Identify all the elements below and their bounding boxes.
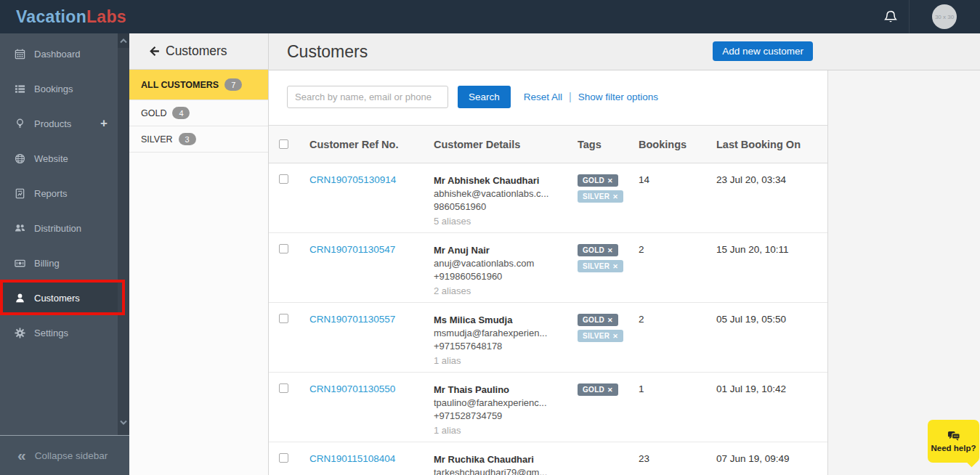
customer-aliases: 2 aliases <box>434 285 578 298</box>
customer-ref-link[interactable]: CRN190115108404 <box>309 453 395 464</box>
filter-item-all-customers[interactable]: ALL CUSTOMERS7 <box>129 70 268 100</box>
row-checkbox[interactable] <box>279 314 288 323</box>
filter-item-silver[interactable]: SILVER3 <box>129 126 268 153</box>
back-arrow-icon[interactable] <box>148 45 161 57</box>
globe-icon <box>15 153 25 164</box>
tag-close-icon[interactable]: ✕ <box>612 263 618 270</box>
subsidebar-header: Customers <box>129 33 268 70</box>
tag-label: GOLD <box>583 316 604 324</box>
customer-ref-link[interactable]: CRN190701130550 <box>309 383 395 394</box>
header-last-booking: Last Booking On <box>716 126 827 163</box>
tag-close-icon[interactable]: ✕ <box>607 317 613 324</box>
sidebar-item-customers[interactable]: Customers <box>0 280 118 315</box>
customer-name: Ms Milica Smudja <box>434 314 578 327</box>
sidebar-item-distribution[interactable]: Distribution <box>0 211 118 245</box>
sidebar-item-label: Products <box>34 118 71 129</box>
bookings-count: 2 <box>639 314 644 325</box>
sidebar-item-label: Dashboard <box>34 49 81 60</box>
navbar-divider <box>909 0 910 33</box>
tag-badge-gold: GOLD✕ <box>578 244 618 256</box>
collapse-sidebar-label: Collapse sidebar <box>35 450 108 461</box>
customer-phone: +971557648178 <box>434 340 578 353</box>
notifications-bell-icon[interactable] <box>883 9 899 25</box>
calendar-icon <box>15 49 25 60</box>
customer-email: msmudja@farahexperien... <box>434 327 578 340</box>
collapse-sidebar-button[interactable]: « Collapse sidebar <box>0 435 129 475</box>
filter-count-badge: 3 <box>179 133 196 145</box>
sidebar-item-website[interactable]: Website <box>0 141 118 176</box>
customer-phone: +919860561960 <box>434 270 578 283</box>
customers-subsidebar: Customers ALL CUSTOMERS7GOLD4SILVER3 <box>129 33 269 475</box>
search-input[interactable] <box>287 86 448 108</box>
table-row: CRN190115108404Mr Ruchika Chaudharitarke… <box>269 442 827 475</box>
filter-count-badge: 4 <box>172 107 190 119</box>
table-row: CRN190701130547Mr Anuj Nairanuj@vacation… <box>269 233 827 303</box>
header-tags: Tags <box>578 126 639 163</box>
sidebar-item-label: Billing <box>34 258 60 269</box>
bookings-count: 14 <box>639 174 649 185</box>
customer-ref-link[interactable]: CRN190701130557 <box>309 314 395 325</box>
customer-aliases: 1 alias <box>434 424 578 437</box>
filter-label: GOLD <box>141 108 166 118</box>
header-customer-details: Customer Details <box>434 126 578 163</box>
user-avatar[interactable]: 30 x 30 <box>932 4 957 29</box>
sidebar-item-billing[interactable]: Billing <box>0 245 118 280</box>
sidebar-item-settings[interactable]: Settings <box>0 315 118 350</box>
gear-icon <box>15 328 25 338</box>
report-icon <box>15 188 25 199</box>
sidebar-item-dashboard[interactable]: Dashboard <box>0 36 118 71</box>
tag-label: GOLD <box>583 176 604 184</box>
select-all-checkbox[interactable] <box>279 139 288 149</box>
scroll-up-icon[interactable] <box>118 33 129 48</box>
sidebar-item-label: Reports <box>34 188 68 199</box>
sidebar-scrollbar[interactable] <box>118 33 129 435</box>
last-booking-date: 07 Jun 19, 09:49 <box>716 453 790 464</box>
bookings-count: 2 <box>639 244 644 255</box>
tag-label: SILVER <box>583 192 610 200</box>
page-header: Customers Add new customer <box>269 33 980 70</box>
tag-close-icon[interactable]: ✕ <box>612 193 618 200</box>
tag-label: SILVER <box>583 332 610 340</box>
sidebar-item-label: Settings <box>34 328 68 338</box>
sidebar-item-label: Website <box>34 153 68 164</box>
customer-ref-link[interactable]: CRN190701130547 <box>309 244 395 255</box>
user-icon <box>15 293 25 304</box>
double-chevron-left-icon: « <box>17 447 26 464</box>
filter-label: ALL CUSTOMERS <box>141 80 219 90</box>
need-help-label: Need help? <box>931 444 976 452</box>
need-help-button[interactable]: Need help? <box>928 420 979 463</box>
tag-close-icon[interactable]: ✕ <box>607 247 613 254</box>
row-checkbox[interactable] <box>279 383 288 393</box>
sidebar-item-reports[interactable]: Reports <box>0 176 118 211</box>
page-title: Customers <box>287 42 368 62</box>
reset-all-link[interactable]: Reset All <box>524 86 562 108</box>
sidebar-item-products[interactable]: Products+ <box>0 106 118 141</box>
customer-name: Mr Abhishek Chaudhari <box>434 174 578 187</box>
filter-count-badge: 7 <box>224 78 242 91</box>
tag-close-icon[interactable]: ✕ <box>612 333 618 340</box>
row-checkbox[interactable] <box>279 244 288 253</box>
tag-badge-silver: SILVER✕ <box>578 330 623 342</box>
customer-ref-link[interactable]: CRN190705130914 <box>309 174 396 185</box>
tag-badge-silver: SILVER✕ <box>578 260 623 272</box>
tag-label: SILVER <box>583 262 610 270</box>
tag-close-icon[interactable]: ✕ <box>607 177 613 184</box>
add-new-customer-button[interactable]: Add new customer <box>713 41 813 61</box>
filter-item-gold[interactable]: GOLD4 <box>129 100 268 126</box>
search-button[interactable]: Search <box>458 86 511 108</box>
last-booking-date: 23 Jul 20, 03:34 <box>716 174 786 185</box>
bookings-count: 1 <box>639 383 644 394</box>
tag-close-icon[interactable]: ✕ <box>607 386 613 394</box>
customer-email: tarkeshchaudhari79@gm... <box>434 466 578 475</box>
brand-logo: VacationLabs <box>16 7 126 27</box>
plus-icon[interactable]: + <box>100 116 108 131</box>
scroll-down-icon[interactable] <box>118 415 129 429</box>
show-filter-options-link[interactable]: Show filter options <box>578 86 658 108</box>
sidebar-item-bookings[interactable]: Bookings <box>0 71 118 106</box>
navbar-right: 30 x 30 <box>883 0 980 33</box>
table-row: CRN190705130914Mr Abhishek Chaudhariabhi… <box>269 163 827 233</box>
row-checkbox[interactable] <box>279 453 288 463</box>
filter-list: ALL CUSTOMERS7GOLD4SILVER3 <box>129 70 268 153</box>
row-checkbox[interactable] <box>279 174 288 184</box>
tag-badge-silver: SILVER✕ <box>578 190 623 203</box>
